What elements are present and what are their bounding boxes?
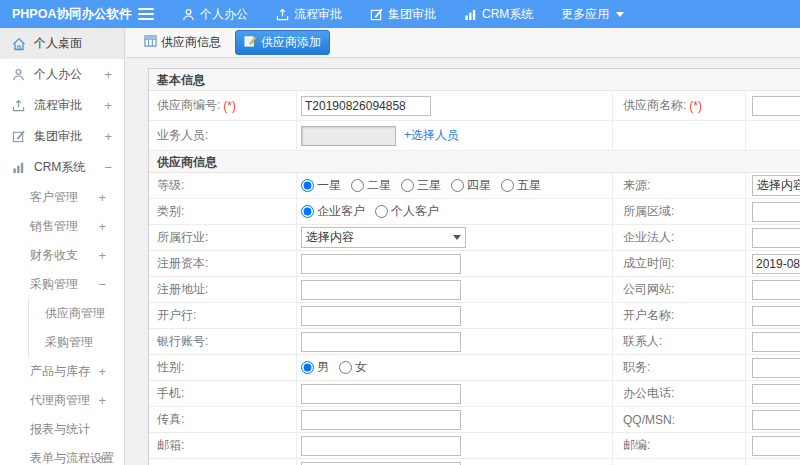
expand-icon[interactable]: + — [98, 451, 106, 465]
radio-option[interactable]: 四星 — [451, 177, 491, 194]
form-row: 手机:办公电话: — [149, 381, 800, 407]
field-value: 选择内容 — [746, 173, 800, 198]
form-select[interactable]: 选择内容 — [301, 227, 466, 248]
chevron-down-icon — [453, 235, 461, 240]
radio-label: 男 — [317, 359, 329, 376]
form-section-title: 基本信息 — [149, 69, 800, 91]
form-input[interactable] — [752, 384, 800, 404]
form-row: 供应商编号:(*)供应商名称:(*) — [149, 91, 800, 121]
expand-icon[interactable]: + — [98, 190, 106, 205]
collapse-icon[interactable]: − — [98, 277, 106, 292]
field-label: 邮箱: — [149, 433, 297, 458]
required-mark: (*) — [689, 99, 702, 113]
field-label: 联系人: — [613, 329, 746, 354]
radio-input[interactable] — [375, 205, 388, 218]
radio-input[interactable] — [501, 179, 514, 192]
form-input[interactable] — [752, 358, 800, 378]
form-input[interactable] — [301, 254, 461, 274]
radio-input[interactable] — [301, 179, 314, 192]
form-row: 开户行:开户名称: — [149, 303, 800, 329]
sidebar-item[interactable]: 个人办公+ — [0, 59, 124, 90]
radio-input[interactable] — [301, 205, 314, 218]
expand-icon[interactable]: + — [98, 219, 106, 234]
field-value — [297, 303, 613, 328]
form-input[interactable] — [301, 332, 461, 352]
expand-icon[interactable]: + — [98, 248, 106, 263]
radio-input[interactable] — [401, 179, 414, 192]
sidebar-item[interactable]: 表单与流程设置+ — [0, 444, 124, 465]
sidebar-item[interactable]: 集团审批+ — [0, 121, 124, 152]
sidebar-item[interactable]: 供应商管理 — [28, 299, 124, 328]
sidebar-item[interactable]: 产品与库存+ — [0, 357, 124, 386]
sidebar-item-label: 采购管理 — [30, 276, 124, 293]
form-input[interactable] — [752, 436, 800, 456]
topbar-item[interactable]: 个人办公 — [168, 0, 262, 28]
radio-option[interactable]: 五星 — [501, 177, 541, 194]
sidebar-item[interactable]: 流程审批+ — [0, 90, 124, 121]
form-input[interactable] — [301, 96, 431, 116]
select-person-link[interactable]: +选择人员 — [404, 127, 459, 144]
form-input[interactable] — [301, 410, 461, 430]
tab-label: 供应商信息 — [161, 34, 221, 51]
field-label: 手机: — [149, 381, 297, 406]
field-label: 所属行业: — [149, 225, 297, 250]
field-label: 公司网站: — [613, 277, 746, 302]
form-input[interactable] — [752, 202, 800, 222]
radio-option[interactable]: 一星 — [301, 177, 341, 194]
radio-option[interactable]: 三星 — [401, 177, 441, 194]
sidebar-item[interactable]: 个人桌面 — [0, 28, 124, 59]
sidebar-item[interactable]: 报表与统计 — [0, 415, 124, 444]
form-input[interactable] — [752, 306, 800, 326]
field-value: +选择人员 — [297, 121, 613, 150]
expand-icon[interactable]: + — [104, 67, 112, 82]
topbar-item[interactable]: CRM系统 — [450, 0, 547, 28]
field-value: 企业客户个人客户 — [297, 199, 613, 224]
field-label: 办公电话: — [613, 381, 746, 406]
field-value — [746, 459, 800, 465]
form-input[interactable] — [752, 410, 800, 430]
sidebar-item[interactable]: 财务收支+ — [0, 241, 124, 270]
sidebar-item-label: 报表与统计 — [30, 421, 124, 438]
topbar-item[interactable]: 流程审批 — [262, 0, 356, 28]
form-input[interactable] — [752, 96, 800, 116]
tab-supplier-add[interactable]: 供应商添加 — [235, 30, 330, 55]
form-input[interactable] — [301, 384, 461, 404]
form-input[interactable] — [301, 306, 461, 326]
expand-icon[interactable]: + — [98, 364, 106, 379]
expand-icon[interactable]: + — [104, 98, 112, 113]
sidebar-item[interactable]: 代理商管理+ — [0, 386, 124, 415]
field-label: 注册资本: — [149, 251, 297, 276]
expand-icon[interactable]: + — [104, 129, 112, 144]
form-input[interactable] — [301, 436, 461, 456]
radio-input[interactable] — [301, 361, 314, 374]
hamburger-icon[interactable] — [138, 8, 154, 20]
form-input[interactable] — [301, 462, 461, 465]
form-select[interactable]: 选择内容 — [752, 175, 800, 196]
sidebar-item[interactable]: 客户管理+ — [0, 183, 124, 212]
radio-option[interactable]: 女 — [339, 359, 367, 376]
radio-input[interactable] — [351, 179, 364, 192]
tab-supplier-info[interactable]: 供应商信息 — [136, 31, 229, 54]
radio-option[interactable]: 企业客户 — [301, 203, 365, 220]
sidebar-item[interactable]: 销售管理+ — [0, 212, 124, 241]
radio-input[interactable] — [451, 179, 464, 192]
collapse-icon[interactable]: − — [104, 160, 112, 175]
chart-icon — [464, 8, 477, 21]
form-input[interactable] — [752, 280, 800, 300]
radio-input[interactable] — [339, 361, 352, 374]
radio-option[interactable]: 二星 — [351, 177, 391, 194]
radio-option[interactable]: 个人客户 — [375, 203, 439, 220]
form-input[interactable] — [301, 280, 461, 300]
sidebar-item[interactable]: 采购管理− — [0, 270, 124, 299]
expand-icon[interactable]: + — [98, 393, 106, 408]
sidebar-item[interactable]: 采购管理 — [28, 328, 124, 357]
form-input[interactable] — [752, 332, 800, 352]
field-value — [746, 355, 800, 380]
topbar-item[interactable]: 更多应用 — [547, 0, 638, 28]
topbar-item[interactable]: 集团审批 — [356, 0, 450, 28]
form-input[interactable] — [301, 126, 396, 146]
form-input[interactable] — [752, 228, 800, 248]
form-input[interactable] — [752, 254, 800, 274]
sidebar-item[interactable]: CRM系统− — [0, 152, 124, 183]
radio-option[interactable]: 男 — [301, 359, 329, 376]
